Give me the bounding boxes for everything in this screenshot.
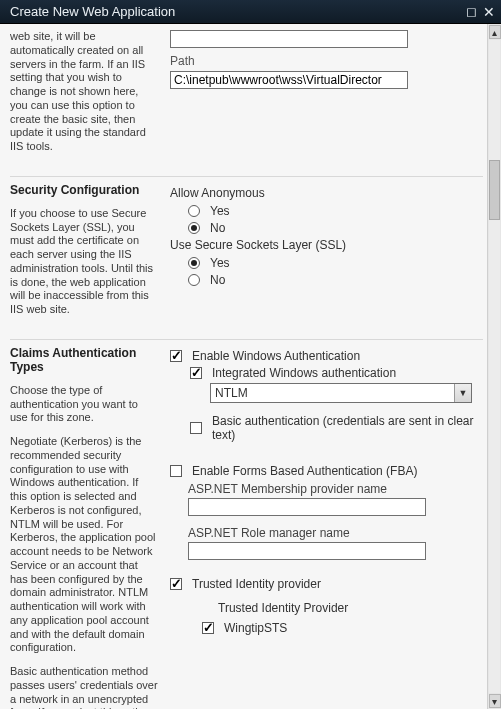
iis-description: web site, it will be automatically creat… — [10, 30, 158, 154]
role-manager-input[interactable] — [188, 542, 426, 560]
radio-icon — [188, 274, 200, 286]
option-label: No — [210, 221, 225, 235]
path-input[interactable] — [170, 71, 408, 89]
option-label: Yes — [210, 256, 230, 270]
maximize-icon[interactable]: ◻ — [466, 5, 477, 18]
select-value: NTLM — [215, 386, 248, 400]
basic-auth-checkbox[interactable]: Basic authentication (credentials are se… — [190, 414, 483, 442]
port-or-host-input[interactable] — [170, 30, 408, 48]
checkbox-icon — [170, 350, 182, 362]
trusted-identity-item[interactable]: WingtipSTS — [190, 619, 483, 637]
checkbox-label: Enable Forms Based Authentication (FBA) — [192, 464, 417, 478]
auth-scheme-select[interactable]: NTLM ▼ — [210, 383, 472, 403]
use-ssl-label: Use Secure Sockets Layer (SSL) — [170, 238, 483, 252]
radio-icon — [188, 222, 200, 234]
membership-provider-input[interactable] — [188, 498, 426, 516]
dialog-title: Create New Web Application — [10, 4, 175, 19]
claims-heading: Claims Authentication Types — [10, 346, 158, 374]
option-label: No — [210, 273, 225, 287]
path-label: Path — [170, 54, 483, 68]
scroll-down-icon[interactable]: ▾ — [489, 694, 501, 708]
checkbox-icon — [170, 465, 182, 477]
close-icon[interactable]: ✕ — [483, 5, 495, 19]
scroll-up-icon[interactable]: ▴ — [489, 25, 501, 39]
checkbox-icon — [190, 422, 202, 434]
trusted-identity-checkbox[interactable]: Trusted Identity provider — [170, 577, 483, 591]
dialog-content: web site, it will be automatically creat… — [0, 24, 487, 709]
membership-provider-label: ASP.NET Membership provider name — [188, 482, 483, 496]
checkbox-icon — [190, 367, 202, 379]
checkbox-label: Basic authentication (credentials are se… — [212, 414, 483, 442]
vertical-scrollbar[interactable]: ▴ ▾ — [487, 24, 501, 709]
scroll-track[interactable] — [489, 40, 500, 693]
security-description: If you choose to use Secure Sockets Laye… — [10, 207, 158, 317]
checkbox-icon — [202, 622, 214, 634]
enable-fba-checkbox[interactable]: Enable Forms Based Authentication (FBA) — [170, 464, 483, 478]
checkbox-label: Integrated Windows authentication — [212, 366, 396, 380]
allow-anonymous-label: Allow Anonymous — [170, 186, 483, 200]
integrated-windows-checkbox[interactable]: Integrated Windows authentication — [190, 366, 483, 380]
chevron-down-icon: ▼ — [454, 384, 471, 402]
role-manager-label: ASP.NET Role manager name — [188, 526, 483, 540]
option-label: Yes — [210, 204, 230, 218]
enable-windows-auth-checkbox[interactable]: Enable Windows Authentication — [170, 349, 483, 363]
checkbox-label: Trusted Identity provider — [192, 577, 321, 591]
radio-icon — [188, 205, 200, 217]
trusted-identity-name: WingtipSTS — [224, 621, 287, 635]
claims-p1: Choose the type of authentication you wa… — [10, 384, 158, 425]
trusted-identity-list: Trusted Identity Provider WingtipSTS — [190, 597, 483, 637]
checkbox-label: Enable Windows Authentication — [192, 349, 360, 363]
trusted-identity-header: Trusted Identity Provider — [190, 597, 483, 619]
section-iis: web site, it will be automatically creat… — [10, 30, 483, 176]
allow-anon-yes-option[interactable]: Yes — [188, 204, 483, 218]
use-ssl-yes-option[interactable]: Yes — [188, 256, 483, 270]
window-buttons: ◻ ✕ — [466, 5, 495, 19]
section-security: Security Configuration If you choose to … — [10, 176, 483, 339]
use-ssl-no-option[interactable]: No — [188, 273, 483, 287]
checkbox-icon — [170, 578, 182, 590]
claims-p2: Negotiate (Kerberos) is the recommended … — [10, 435, 158, 655]
allow-anon-no-option[interactable]: No — [188, 221, 483, 235]
claims-p3: Basic authentication method passes users… — [10, 665, 158, 709]
dialog-titlebar: Create New Web Application ◻ ✕ — [0, 0, 501, 24]
security-heading: Security Configuration — [10, 183, 158, 197]
radio-icon — [188, 257, 200, 269]
scroll-thumb[interactable] — [489, 160, 500, 220]
section-claims: Claims Authentication Types Choose the t… — [10, 339, 483, 709]
